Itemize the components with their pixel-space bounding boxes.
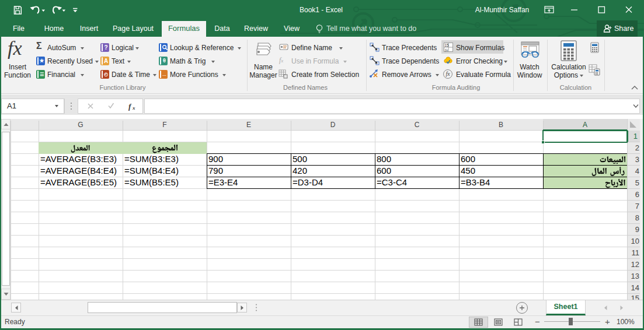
- svg-text:x: x: [132, 105, 135, 111]
- svg-text:f: f: [128, 102, 132, 111]
- svg-text:15: 15: [445, 43, 450, 47]
- svg-text:fx: fx: [445, 48, 448, 52]
